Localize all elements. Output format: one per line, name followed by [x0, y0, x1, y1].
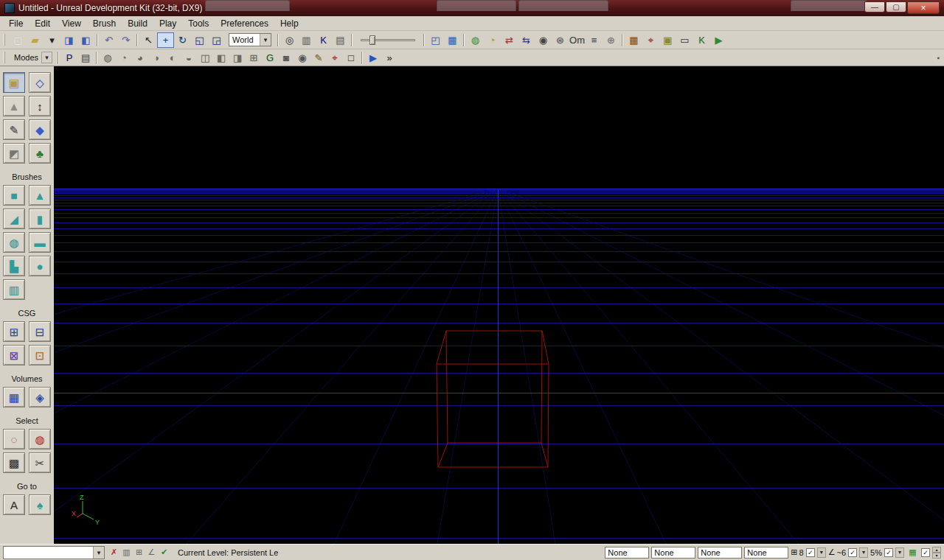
static-mesh-mode-tool[interactable]: ◆ [29, 119, 51, 140]
menu-brush[interactable]: Brush [87, 17, 122, 30]
toolbar-drag-grip[interactable] [4, 34, 7, 46]
dock-pin-icon[interactable]: ▪ [937, 54, 940, 62]
viewport-square-icon[interactable]: □ [343, 51, 359, 65]
spinner-up-icon[interactable]: ▴ [932, 547, 941, 553]
autosave-toggle-icon[interactable]: ▦ [906, 547, 919, 559]
redo-icon[interactable]: ↷ [117, 32, 134, 48]
minimize-button[interactable]: — [864, 1, 885, 13]
modes-drag-grip[interactable] [4, 52, 7, 63]
fullscreen-icon[interactable]: ◰ [427, 32, 444, 48]
autosave-interval-spinner[interactable]: ▴ ▾ [932, 547, 941, 559]
build-geometry-icon[interactable]: ◍ [467, 32, 484, 48]
background-tab[interactable] [791, 0, 867, 11]
level-combo[interactable]: ▾ [3, 546, 105, 559]
sphere-brush-tool[interactable]: ● [29, 256, 51, 276]
add-volume-tool[interactable]: ▦ [3, 387, 25, 407]
camera-mode-tool[interactable]: ▣ [3, 72, 25, 93]
status-none-field[interactable]: None [605, 547, 649, 559]
cube-brush-tool[interactable]: ■ [3, 185, 25, 206]
far-clip-slider[interactable] [361, 33, 415, 46]
kismet-icon[interactable]: K [315, 32, 332, 48]
undo-icon[interactable]: ↶ [100, 32, 117, 48]
brush-wire-icon-5[interactable]: ◐ [164, 51, 181, 65]
new-map-icon[interactable]: ▢ [10, 32, 27, 48]
texture-align-mode-tool[interactable]: ◩ [3, 143, 25, 164]
build-cover-icon[interactable]: ⇆ [518, 32, 535, 48]
scale-grid-dropdown-icon[interactable]: ▾ [895, 547, 904, 558]
linear-stair-brush-tool[interactable]: ▙ [3, 256, 25, 276]
actor-browser-icon[interactable]: ▥ [298, 32, 315, 48]
content-browser-icon[interactable]: ▦ [444, 32, 461, 48]
scale-grid-checkbox[interactable]: ✓ [884, 548, 893, 557]
editor-monitor-icon[interactable]: ▭ [676, 32, 693, 48]
brush-wire-icon-3[interactable]: ◕ [132, 51, 148, 65]
open-arrow-icon[interactable]: ▾ [44, 32, 60, 48]
goto-builder-tool[interactable]: ♠ [29, 494, 51, 515]
camera-pen-icon[interactable]: ✎ [310, 51, 327, 65]
brush-wire-icon-6[interactable]: ◒ [181, 51, 197, 65]
translate-tool-icon[interactable]: + [157, 32, 174, 48]
add-volume-solid-tool[interactable]: ◈ [29, 387, 51, 407]
build-visibility-icon[interactable]: ◉ [535, 32, 552, 48]
play-joystick-icon[interactable]: ⌖ [327, 51, 343, 65]
select-none-tool[interactable]: ▩ [3, 452, 25, 473]
grid-snap-icon[interactable]: ⊞ [133, 547, 145, 559]
autosave-checkbox[interactable]: ✓ [921, 548, 930, 557]
spline-pen-tool[interactable]: ✎ [3, 119, 25, 140]
build-status-icon[interactable]: ✔ [158, 547, 170, 559]
select-tool-icon[interactable]: ↖ [140, 32, 157, 48]
brush-wire-icon-4[interactable]: ◑ [148, 51, 164, 65]
menu-build[interactable]: Build [122, 17, 153, 30]
menu-help[interactable]: Help [274, 17, 305, 30]
world-combo[interactable]: World ▾ [229, 33, 271, 46]
select-inside-tool[interactable]: ◌ [3, 429, 25, 449]
foliage-mode-tool[interactable]: ♣ [29, 143, 51, 164]
slider-thumb[interactable] [369, 35, 375, 45]
modes-dropdown-arrow-icon[interactable]: ▾ [41, 52, 52, 63]
csg-intersect-tool[interactable]: ⊠ [3, 345, 25, 365]
menu-edit[interactable]: Edit [29, 17, 56, 30]
cylinder-brush-tool[interactable]: ▮ [29, 209, 51, 229]
brush-flat-icon-4[interactable]: ⊞ [246, 51, 262, 65]
build-paths-icon[interactable]: ⇄ [501, 32, 518, 48]
status-none-field[interactable]: None [698, 547, 742, 559]
scale-nonuniform-tool-icon[interactable]: ◲ [208, 32, 225, 48]
menu-play[interactable]: Play [153, 17, 182, 30]
menu-preferences[interactable]: Preferences [215, 17, 274, 30]
play-runner-icon[interactable]: » [381, 51, 398, 65]
csg-subtract-tool[interactable]: ⊟ [29, 321, 51, 342]
actor-sheet-icon[interactable]: ▤ [77, 51, 94, 65]
brush-wire-icon-2[interactable]: ◔ [116, 51, 132, 65]
spinner-down-icon[interactable]: ▾ [932, 553, 941, 559]
status-none-field[interactable]: None [651, 547, 695, 559]
select-cut-tool[interactable]: ✂ [29, 452, 51, 473]
lightmass-quality-icon[interactable]: Om [569, 32, 586, 48]
mouse-lock-icon[interactable]: ▥ [120, 547, 133, 559]
status-none-field[interactable]: None [744, 547, 788, 559]
brush-flat-icon-2[interactable]: ◧ [213, 51, 229, 65]
matinee-icon[interactable]: ▤ [332, 32, 349, 48]
cone-brush-tool[interactable]: ▲ [29, 185, 51, 206]
package-icon[interactable]: ▦ [625, 32, 642, 48]
brush-flat-icon-3[interactable]: ◨ [229, 51, 246, 65]
rotation-grid-control[interactable]: ∠ ~6 [828, 547, 846, 557]
volumetric-brush-tool[interactable]: ▥ [3, 279, 25, 300]
dropdown-arrow-icon[interactable]: ▾ [93, 547, 104, 559]
play-in-editor-icon[interactable]: ▶ [710, 32, 727, 48]
put-actor-icon[interactable]: P [61, 51, 77, 65]
rotation-grid-checkbox[interactable]: ✓ [848, 548, 857, 557]
angle-snap-icon[interactable]: ∠ [145, 547, 158, 559]
build-lighting-icon[interactable]: ◔ [484, 32, 501, 48]
drag-grid-control[interactable]: ⊞ 8 [791, 547, 803, 557]
menu-file[interactable]: File [3, 17, 29, 30]
spiral-stair-brush-tool[interactable]: ◍ [3, 232, 25, 253]
open-map-icon[interactable]: ▰ [27, 32, 44, 48]
save-map-icon[interactable]: ◨ [60, 32, 77, 48]
show-flags-eye-icon[interactable]: ◉ [294, 51, 310, 65]
kismet-debug-icon[interactable]: K [693, 32, 710, 48]
settings-gear-icon[interactable]: ⊕ [603, 32, 620, 48]
goto-actor-tool[interactable]: A [3, 494, 25, 515]
select-touching-tool[interactable]: ◍ [29, 429, 51, 449]
sheet-brush-tool[interactable]: ▬ [29, 232, 51, 253]
csg-deintersect-tool[interactable]: ⊡ [29, 345, 51, 365]
